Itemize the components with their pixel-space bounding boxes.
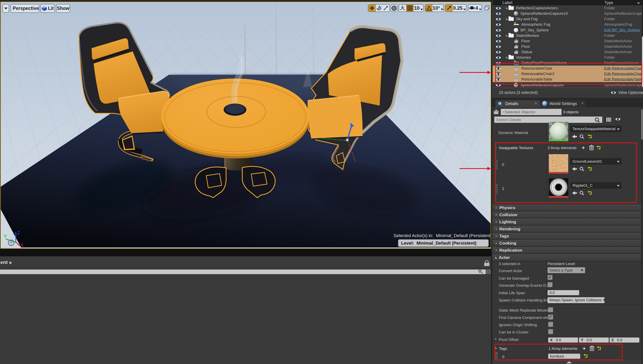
svg-text:Y: Y <box>4 234 7 239</box>
svg-text:X: X <box>20 242 24 248</box>
svg-text:Z: Z <box>17 230 20 236</box>
svg-text:i: i <box>499 102 500 105</box>
svg-text:?: ? <box>10 240 12 246</box>
